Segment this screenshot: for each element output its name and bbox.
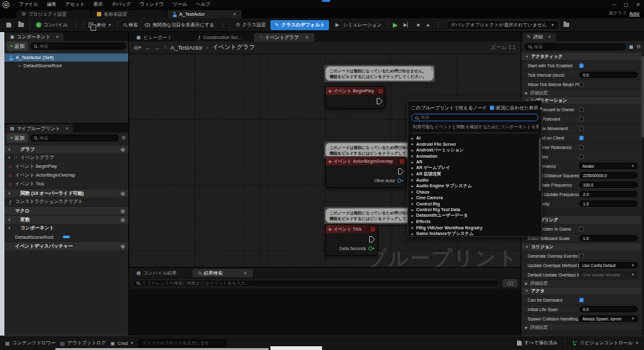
checkbox[interactable] — [579, 126, 584, 131]
details-row[interactable]: Tick Interval (secs) 0.0 — [521, 70, 644, 80]
value-dropdown[interactable]: Only Update Movable▼ — [579, 271, 638, 278]
my-blueprint-row[interactable]: ▼ 変数 ⊕ — [4, 215, 128, 224]
display-filter-icon[interactable]: ▦ — [629, 45, 633, 50]
class-defaults-button[interactable]: ✎ クラスのデフォルト — [270, 20, 329, 30]
cmd-dropdown[interactable]: ▣ Cmd ▼ — [110, 341, 133, 346]
hide-unrelated-button[interactable]: 無関係な項目を非表示にする — [142, 21, 216, 30]
my-blueprint-row[interactable]: ▼ 関数 (19 オーバーライド可能) ⊕ — [4, 189, 128, 197]
find-button[interactable]: 検索 — [121, 21, 140, 30]
asset-tab[interactable]: 名称未設定 — [92, 10, 166, 18]
expand-arrow-icon[interactable]: ▼ — [8, 156, 11, 160]
value-input[interactable]: 225000000.0 — [579, 172, 638, 178]
close-tab-icon[interactable]: ✕ — [65, 126, 69, 131]
details-settings-icon[interactable]: ⚙ — [636, 44, 641, 50]
details-row[interactable]: Allow Tick Before Begin Pl... — [521, 80, 644, 89]
simulation-button[interactable]: ▶ シミュレーション — [331, 21, 384, 30]
context-menu-category[interactable]: ▶ Animation — [411, 153, 538, 160]
my-blueprint-row[interactable]: ▼ コンポーネント — [4, 224, 128, 232]
my-blueprint-search-input[interactable]: 検索 — [30, 134, 119, 141]
minimize-button[interactable]: ─ — [608, 2, 620, 8]
expand-arrow-icon[interactable]: ▶ — [525, 91, 528, 95]
details-row[interactable]: ▼ コリジョン — [521, 243, 644, 251]
float-output-pin[interactable] — [368, 246, 375, 251]
my-blueprint-row[interactable]: イベント ActorBeginOverlap — [4, 171, 128, 180]
context-menu-category[interactable]: ▶ Datasmithユーザーデータ — [411, 213, 538, 219]
my-blueprint-row[interactable]: ▼ グラフ ⊕ — [4, 145, 128, 153]
exec-pin[interactable] — [377, 98, 382, 104]
revision-control-button[interactable]: リビジョンコントロール ▼ — [572, 340, 639, 346]
components-search-input[interactable]: 検索 — [30, 43, 126, 50]
context-menu-category[interactable]: ▶ Audio Engine サブシステム — [411, 183, 538, 189]
my-blueprint-settings-icon[interactable]: ⚙ — [121, 135, 126, 141]
console-command-input[interactable]: コンソールコマンドを入力します — [138, 339, 226, 347]
exec-pin[interactable] — [369, 236, 375, 243]
details-search-input[interactable]: 検索 — [525, 43, 626, 50]
menu-item[interactable]: デバッグ — [107, 1, 135, 8]
details-scrollbar[interactable] — [641, 53, 644, 336]
breadcrumb-root[interactable]: A_TestActor — [170, 44, 203, 51]
value-input[interactable]: 1.0 — [579, 200, 638, 207]
collapse-arrow-icon[interactable]: ▼ — [525, 289, 528, 293]
forward-arrow-icon[interactable]: → — [155, 45, 160, 51]
checkbox[interactable] — [579, 63, 584, 68]
add-in-category-icon[interactable]: ⊕ — [120, 146, 125, 153]
menu-item[interactable]: ファイル — [14, 1, 43, 8]
context-menu-category[interactable]: ▶ Androidパーミッション — [411, 147, 538, 153]
bottom-tab[interactable]: ▤ コンパイル結果 — [131, 269, 191, 277]
debug-browse-button[interactable] — [561, 21, 572, 28]
play-button[interactable]: ▶ — [391, 21, 400, 28]
add-in-category-icon[interactable]: ⊕ — [120, 208, 125, 214]
maximize-button[interactable]: ▢ — [620, 2, 632, 8]
close-tab-icon[interactable]: ✕ — [548, 35, 552, 40]
context-menu-category[interactable]: ▶ Cine Camera — [411, 195, 538, 201]
details-tab[interactable]: ✎ 詳細 ✕ — [523, 33, 556, 41]
graph-tab[interactable]: ƒ Construction Scr... — [192, 33, 253, 41]
content-drawer-button[interactable]: ▦ コンテンツドロワー — [5, 340, 55, 346]
menu-item[interactable]: ヘルプ — [191, 1, 214, 8]
context-menu-category[interactable]: ▶ AI — [411, 135, 538, 141]
context-menu-category[interactable]: ▶ Android File Server — [411, 141, 538, 148]
value-input[interactable]: 100.0 — [579, 182, 638, 188]
menu-item[interactable]: アセット — [61, 1, 89, 8]
context-menu-category[interactable]: ▶ Chaos — [411, 189, 538, 195]
bottom-tab[interactable]: 結果検索 ✕ — [192, 269, 253, 277]
value-dropdown[interactable]: Use Config Default▼ — [579, 262, 638, 268]
find-in-blueprints-button[interactable] — [502, 279, 518, 287]
close-tab-icon[interactable]: ✕ — [305, 35, 309, 40]
my-blueprint-row[interactable]: イベント Tick — [4, 180, 128, 189]
value-input[interactable]: 0.0 — [579, 306, 638, 312]
details-row[interactable]: Generate Overlap Events D... — [521, 251, 644, 261]
value-dropdown[interactable]: Always Spawn, Ignore▼ — [579, 315, 638, 322]
context-menu-category[interactable]: ▶ AR ゲームプレイ — [411, 165, 538, 172]
close-tab-icon[interactable]: ✕ — [55, 35, 59, 40]
frame-skip-button[interactable]: ▶▏ — [401, 22, 413, 28]
compile-button[interactable]: ✓ コンパイル — [33, 21, 70, 30]
debug-object-dropdown[interactable]: デバッグオブジェクトが選択されていません ▼ — [447, 20, 559, 30]
browse-button[interactable] — [16, 21, 26, 28]
add-in-category-icon[interactable]: ⊕ — [120, 243, 125, 249]
play-options-icon[interactable]: ⋮ — [435, 22, 442, 28]
component-tree-item[interactable]: A_TestActor (Self) — [4, 53, 128, 62]
node-header[interactable]: ◈ イベント ActorBeginOverlap — [326, 157, 406, 165]
details-row[interactable]: ▶ 詳細設定 — [521, 89, 644, 97]
pin-bubble-icon[interactable] — [431, 67, 433, 71]
compile-options-icon[interactable]: ⋮ — [72, 22, 79, 28]
details-row[interactable]: Spawn Collision Handling... Always Spawn… — [521, 314, 644, 324]
diff-button[interactable]: 差分 ▼ — [86, 21, 114, 30]
context-menu-category[interactable]: ▶ AR 拡張現実 — [411, 171, 538, 177]
parent-class-link[interactable]: Actor — [630, 11, 640, 16]
menu-item[interactable]: ツール — [169, 1, 192, 8]
stop-button[interactable]: ■ — [415, 22, 422, 28]
asset-tab[interactable]: ⚙ プロジェクト設定 — [16, 10, 91, 18]
value-input[interactable]: 0.0 — [579, 72, 638, 78]
my-blueprint-row[interactable]: イベントディスパッチャー ⊕ — [4, 241, 128, 250]
context-menu-category[interactable]: ▶ Audio — [411, 177, 538, 183]
component-tree-item[interactable]: ⌁ DefaultSceneRoot — [4, 62, 128, 70]
details-row[interactable]: Can be Damaged — [521, 295, 644, 305]
expand-arrow-icon[interactable]: ▼ — [8, 218, 11, 222]
my-blueprint-tab[interactable]: ▤ マイブループリント ✕ — [6, 124, 73, 133]
event-tick-node[interactable]: ◈ イベント Tick Delta Seconds — [325, 224, 378, 256]
hide-unrelated-options-icon[interactable]: ⋮ — [219, 22, 226, 28]
context-menu-category[interactable]: ▶ Game Instanceサブシステム — [411, 231, 538, 237]
components-tab[interactable]: ▣ コンポーネント ✕ — [6, 33, 64, 41]
